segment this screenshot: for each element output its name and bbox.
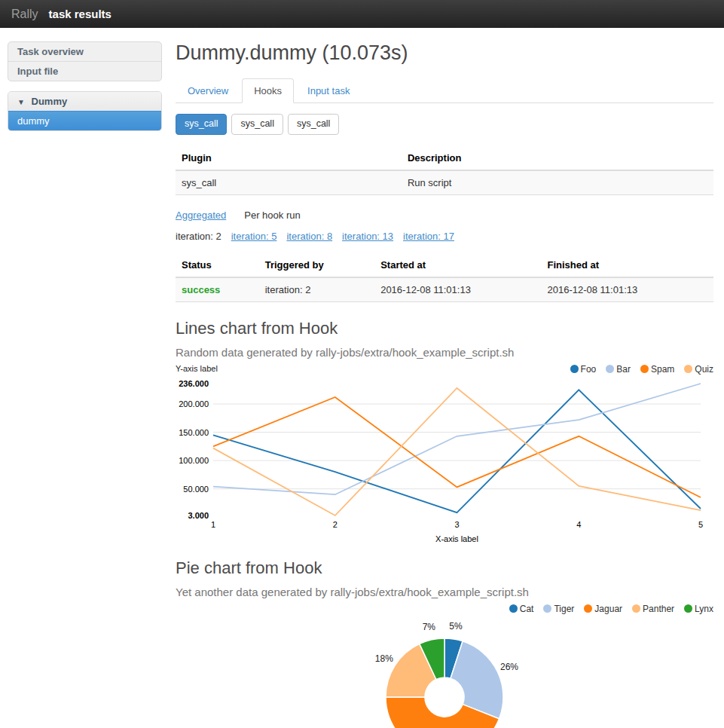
table-header-row: PluginDescription (176, 146, 713, 170)
legend-item-lynx: Lynx (684, 604, 713, 614)
legend-label: Panther (643, 604, 674, 614)
sidebar: Task overviewInput file ▼ Dummy dummy (8, 41, 162, 141)
legend-item-panther: Panther (632, 604, 674, 614)
x-tick-label: 3 (454, 520, 459, 529)
sidebar-nav: Task overviewInput file (8, 41, 162, 81)
lines-chart: 3.00050.000100.000150.000200.000236.0001… (176, 375, 713, 542)
legend-swatch-icon (584, 604, 592, 613)
series-line-bar (213, 384, 701, 494)
navbar-title: task results (49, 8, 112, 20)
legend-label: Tiger (554, 604, 574, 614)
lines-chart-legend: FooBarSpamQuiz (561, 364, 713, 375)
legend-item-cat: Cat (509, 604, 534, 614)
legend-label: Bar (616, 364, 631, 375)
legend-label: Quiz (695, 364, 713, 375)
link-iteration-8[interactable]: iteration: 8 (286, 231, 332, 242)
runs-table-body: successiteration: 22016-12-08 11:01:1320… (176, 277, 713, 302)
page-title: Dummy.dummy (10.073s) (176, 41, 713, 65)
x-tick-label: 1 (211, 520, 215, 529)
legend-swatch-icon (632, 604, 640, 613)
y-tick-label: 3.000 (188, 511, 209, 520)
main-panel: Dummy.dummy (10.073s) OverviewHooksInput… (176, 41, 713, 728)
sidebar-scenario-group: ▼ Dummy dummy (8, 91, 162, 131)
series-line-quiz (213, 388, 701, 515)
hook-buttons: sys_callsys_callsys_call (176, 114, 713, 135)
table-cell: 2016-12-08 11:01:13 (541, 277, 713, 302)
legend-swatch-icon (570, 365, 579, 373)
lines-chart-section: Lines chart from Hook Random data genera… (176, 319, 713, 542)
plugin-table: PluginDescription sys_callRun script (176, 146, 713, 195)
hook-button-sys-call-3[interactable]: sys_call (288, 114, 339, 135)
view-switch: AggregatedPer hook run (176, 210, 713, 221)
table-cell: Run script (402, 170, 713, 195)
legend-item-bar: Bar (606, 364, 631, 375)
navbar: Rally task results (0, 0, 724, 28)
sidebar-group-label: Dummy (32, 96, 68, 107)
legend-label: Lynx (695, 604, 713, 614)
x-tick-label: 5 (698, 520, 703, 529)
legend-swatch-icon (543, 604, 551, 613)
plugin-table-head: PluginDescription (176, 146, 713, 170)
legend-item-foo: Foo (570, 364, 597, 375)
lines-chart-subtitle: Random data generated by rally-jobs/extr… (176, 346, 713, 359)
sidebar-item-task-overview[interactable]: Task overview (8, 42, 161, 61)
legend-label: Foo (581, 364, 597, 375)
x-tick-label: 2 (333, 520, 338, 529)
legend-swatch-icon (684, 604, 692, 613)
y-tick-label: 150.000 (179, 427, 209, 436)
link-iteration-17[interactable]: iteration: 17 (403, 231, 454, 242)
pie-value-label: 18% (375, 653, 393, 664)
x-tick-label: 4 (576, 520, 581, 529)
column-header-triggered-by: Triggered by (259, 253, 375, 277)
column-header-description: Description (402, 146, 713, 170)
page: Rally task results Task overviewInput fi… (0, 0, 724, 728)
sidebar-group-items: dummy (8, 111, 161, 130)
plugin-table-body: sys_callRun script (176, 170, 713, 195)
runs-table-head: StatusTriggered byStarted atFinished at (176, 253, 713, 277)
sidebar-item-dummy[interactable]: dummy (8, 111, 161, 130)
legend-swatch-icon (606, 365, 614, 373)
y-tick-label: 236.000 (179, 379, 209, 388)
table-cell: sys_call (176, 170, 402, 195)
pie-value-label: 26% (500, 661, 518, 671)
legend-label: Spam (651, 364, 674, 375)
link-iteration-5[interactable]: iteration: 5 (231, 231, 277, 242)
table-cell: 2016-12-08 11:01:13 (374, 277, 541, 302)
pie-slice-tiger (451, 641, 503, 718)
legend-item-spam: Spam (640, 364, 674, 375)
legend-label: Cat (520, 604, 534, 614)
tab-input-task[interactable]: Input task (295, 78, 362, 103)
label-per-hook-run: Per hook run (244, 210, 300, 221)
hook-button-sys-call-1[interactable]: sys_call (176, 114, 227, 135)
y-tick-label: 200.000 (179, 399, 209, 408)
tab-overview[interactable]: Overview (176, 78, 240, 103)
column-header-finished-at: Finished at (541, 253, 713, 277)
sidebar-group-header-dummy[interactable]: ▼ Dummy (8, 92, 161, 111)
label-iteration-2: iteration: 2 (176, 231, 221, 242)
legend-item-jaguar: Jaguar (584, 604, 622, 614)
column-header-plugin: Plugin (176, 146, 402, 170)
link-aggregated[interactable]: Aggregated (176, 210, 226, 221)
series-line-spam (213, 397, 701, 497)
pie-chart-section: Pie chart from Hook Yet another data gen… (176, 558, 713, 728)
column-header-status: Status (176, 253, 259, 277)
navbar-brand[interactable]: Rally (11, 8, 38, 21)
legend-item-quiz: Quiz (684, 364, 713, 375)
tabs: OverviewHooksInput task (176, 78, 713, 103)
sidebar-item-input-file[interactable]: Input file (8, 61, 161, 81)
legend-label: Jaguar (594, 604, 622, 614)
y-tick-label: 50.000 (183, 484, 209, 493)
hook-button-sys-call-2[interactable]: sys_call (231, 114, 283, 135)
table-cell: iteration: 2 (259, 277, 375, 302)
link-iteration-13[interactable]: iteration: 13 (342, 231, 393, 242)
pie-chart-legend: CatTigerJaguarPantherLynx (499, 604, 713, 614)
iteration-links: iteration: 2iteration: 5iteration: 8iter… (176, 231, 713, 242)
status-badge: success (176, 277, 259, 302)
legend-swatch-icon (640, 365, 649, 373)
pie-chart-title: Pie chart from Hook (176, 558, 713, 578)
pie-value-label: 5% (449, 621, 463, 632)
legend-swatch-icon (509, 604, 518, 613)
tab-hooks[interactable]: Hooks (242, 78, 294, 103)
y-axis-label: Y-axis label (176, 364, 218, 373)
pie-value-label: 7% (423, 622, 436, 632)
